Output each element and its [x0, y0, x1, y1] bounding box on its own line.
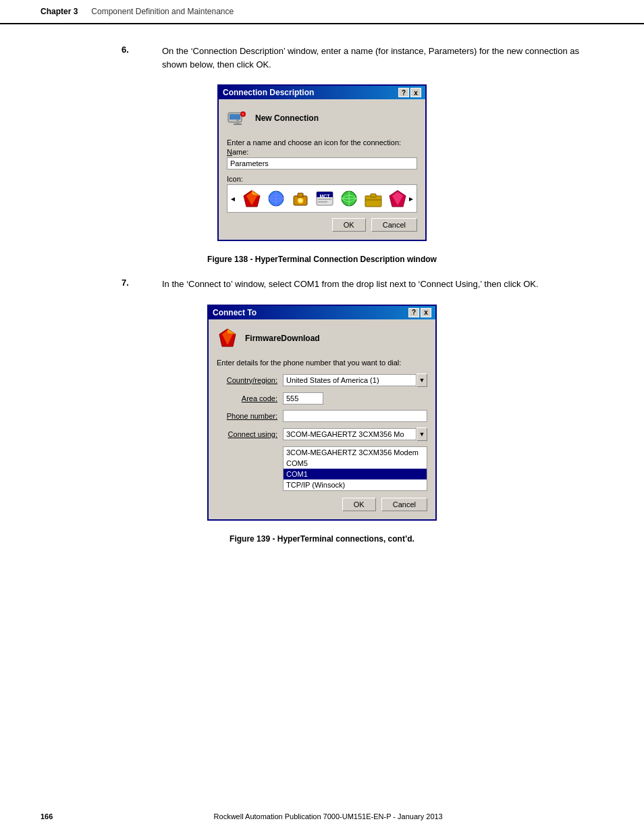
country-value: United States of America (1)	[283, 374, 417, 386]
connect-help-button[interactable]: ?	[408, 308, 419, 317]
country-dropdown-btn[interactable]: ▼	[417, 373, 427, 387]
phone-label-underline: P	[227, 412, 232, 420]
step-7-block: 7. In the ‘Connect to’ window, select CO…	[41, 278, 603, 291]
connect-to-titlebar: Connect To ? x	[209, 306, 435, 319]
icon-item-4[interactable]: MCT	[314, 188, 336, 209]
page-content: 6. On the ‘Connection Description’ windo…	[0, 38, 644, 598]
connect-cancel-button[interactable]: Cancel	[381, 498, 427, 511]
country-label-rest: ountry/region:	[232, 376, 277, 384]
connect-using-dropdown-btn[interactable]: ▼	[417, 427, 427, 441]
svg-rect-1	[230, 114, 240, 120]
cancel-button[interactable]: Cancel	[371, 218, 417, 232]
icon-item-6[interactable]	[363, 188, 384, 209]
close-button[interactable]: x	[410, 88, 421, 97]
svg-rect-20	[318, 201, 327, 203]
connect-using-label-rest: onnect using:	[234, 430, 277, 438]
area-code-row: Area code:	[217, 392, 427, 405]
svg-rect-25	[371, 194, 376, 197]
connection-description-body: New Connection Enter a name and choose a…	[219, 99, 425, 240]
icon-selector[interactable]: ◄	[227, 184, 417, 213]
figure-138-caption: Figure 138 - HyperTerminal Connection De…	[41, 255, 603, 264]
phone-label-rest: hone number:	[232, 412, 277, 420]
svg-rect-2	[236, 120, 239, 124]
connect-using-value: 3COM-MEGAHERTZ 3CXM356 Mo	[283, 428, 417, 440]
connect-using-c-underline: C	[228, 430, 234, 438]
footer-publication: Rockwell Automation Publication 7000-UM1…	[53, 812, 603, 820]
step-6-block: 6. On the ‘Connection Description’ windo…	[41, 45, 603, 71]
titlebar-buttons: ? x	[398, 88, 421, 97]
svg-rect-19	[318, 199, 331, 200]
step-6-text: On the ‘Connection Description’ window, …	[162, 45, 603, 71]
page-footer: 166 Rockwell Automation Publication 7000…	[0, 812, 644, 820]
dropdown-item-4[interactable]: TCP/IP (Winsock)	[284, 479, 427, 490]
connect-to-title: Connect To	[213, 308, 257, 317]
connect-icon-row: FirmwareDownload	[217, 328, 427, 349]
icon-item-3[interactable]	[290, 188, 311, 209]
dropdown-item-1[interactable]: 3COM-MEGAHERTZ 3CXM356 Modem	[284, 447, 427, 458]
phone-input[interactable]	[283, 410, 427, 422]
connect-to-buttons: OK Cancel	[217, 498, 427, 511]
connection-icon	[227, 107, 248, 129]
connect-using-select[interactable]: 3COM-MEGAHERTZ 3CXM356 Mo ▼	[283, 427, 427, 441]
connection-description-container: Connection Description ? x	[41, 84, 603, 241]
dropdown-item-2[interactable]: COM5	[284, 458, 427, 469]
country-select[interactable]: United States of America (1) ▼	[283, 373, 427, 387]
icon-item-7[interactable]	[387, 188, 408, 209]
conn-desc-name: New Connection	[255, 113, 319, 123]
connect-ok-button[interactable]: OK	[342, 498, 376, 511]
icon-item-5[interactable]	[338, 188, 360, 209]
connect-icon	[217, 328, 238, 349]
connect-using-label: Connect using:	[217, 430, 277, 438]
connect-conn-name: FirmwareDownload	[245, 334, 320, 343]
name-input[interactable]	[227, 157, 417, 170]
country-label: Country/region:	[217, 376, 277, 384]
icon-item-2[interactable]	[265, 188, 287, 209]
country-row: Country/region: United States of America…	[217, 373, 427, 387]
svg-rect-26	[365, 199, 381, 201]
scroll-right-icon[interactable]: ►	[406, 195, 417, 203]
connect-using-row: Connect using: 3COM-MEGAHERTZ 3CXM356 Mo…	[217, 427, 427, 441]
svg-text:MCT: MCT	[319, 194, 330, 199]
name-label-underline: N	[227, 148, 232, 156]
svg-point-5	[242, 113, 244, 115]
scroll-left-icon[interactable]: ◄	[227, 195, 238, 203]
area-label: Area code:	[217, 394, 277, 402]
conn-desc-prompt: Enter a name and choose an icon for the …	[227, 138, 417, 147]
chapter-label: Chapter 3	[41, 7, 78, 16]
area-label-rest: rea code:	[246, 394, 277, 402]
svg-rect-15	[298, 193, 303, 197]
dropdown-item-3[interactable]: COM1	[284, 469, 427, 479]
page-number: 166	[41, 812, 53, 820]
page-header: Chapter 3 Component Definition and Maint…	[0, 0, 644, 24]
figure-139-caption: Figure 139 - HyperTerminal connections, …	[41, 534, 603, 544]
connect-to-dialog: Connect To ? x FirmwareDownload	[207, 305, 437, 521]
connection-description-dialog: Connection Description ? x	[217, 84, 427, 241]
connect-to-container: Connect To ? x FirmwareDownload	[41, 305, 603, 521]
connect-to-body: FirmwareDownload Enter details for the p…	[209, 319, 435, 519]
chapter-subtitle: Component Definition and Maintenance	[91, 7, 234, 16]
ok-button[interactable]: OK	[332, 218, 366, 232]
icon-label: Icon:	[227, 175, 417, 183]
help-button[interactable]: ?	[398, 88, 409, 97]
icon-list: MCT	[238, 186, 411, 211]
connect-using-dropdown[interactable]: 3COM-MEGAHERTZ 3CXM356 Modem COM5 COM1 T…	[283, 446, 427, 491]
connection-description-title: Connection Description	[223, 88, 314, 97]
phone-row: Phone number:	[217, 410, 427, 422]
country-label-underline: C	[227, 376, 232, 384]
connect-close-button[interactable]: x	[421, 308, 431, 317]
name-label: Name:	[227, 148, 417, 156]
svg-point-14	[298, 199, 302, 203]
area-code-input[interactable]	[283, 392, 323, 405]
svg-rect-3	[234, 124, 242, 125]
name-label-rest: ame:	[232, 148, 248, 156]
icon-item-1[interactable]	[241, 188, 263, 209]
step-7-text: In the ‘Connect to’ window, select COM1 …	[162, 278, 603, 291]
connection-description-titlebar: Connection Description ? x	[219, 86, 425, 99]
connect-prompt: Enter details for the phone number that …	[217, 359, 427, 367]
step-7-number: 7.	[122, 278, 129, 288]
conn-desc-icon-row: New Connection	[227, 107, 417, 129]
step-6-number: 6.	[122, 45, 129, 55]
phone-label: Phone number:	[217, 412, 277, 420]
connect-to-titlebar-buttons: ? x	[408, 308, 431, 317]
connection-desc-buttons: OK Cancel	[227, 218, 417, 232]
